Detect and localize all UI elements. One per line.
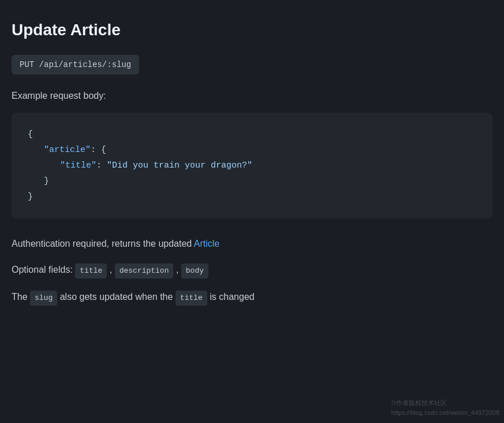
code-line-2: "article": { bbox=[28, 142, 476, 158]
page-title: Update Article bbox=[12, 17, 492, 43]
slug-text-before: The bbox=[12, 292, 30, 302]
watermark-line1: ©作者版权技术社区 bbox=[391, 398, 499, 409]
article-link[interactable]: Article bbox=[194, 239, 219, 248]
optional-label: Optional fields: bbox=[12, 265, 75, 274]
optional-field-description: description bbox=[115, 264, 174, 279]
slug-text-after: is changed bbox=[207, 292, 255, 302]
code-line-4: } bbox=[28, 173, 476, 189]
slug-text-middle: also gets updated when the bbox=[57, 292, 176, 302]
slug-code: slug bbox=[30, 291, 57, 306]
code-brace-open: { bbox=[28, 129, 33, 139]
optional-field-body: body bbox=[181, 264, 208, 279]
code-line-3: "title": "Did you train your dragon?" bbox=[28, 158, 476, 173]
code-value-title: "Did you train your dragon?" bbox=[107, 161, 252, 170]
auth-text-before: Authentication required, returns the upd… bbox=[12, 239, 194, 248]
slug-description: The slug also gets updated when the titl… bbox=[12, 289, 492, 306]
watermark-line2: https://blog.csdn.net/weixin_44972008 bbox=[391, 408, 499, 418]
watermark: ©作者版权技术社区 https://blog.csdn.net/weixin_4… bbox=[391, 398, 499, 418]
optional-fields-line: Optional fields: title , description , b… bbox=[12, 262, 492, 279]
code-brace-outer-close: } bbox=[28, 192, 33, 202]
slug-title-code: title bbox=[176, 291, 207, 306]
code-line-1: { bbox=[28, 127, 476, 142]
auth-description: Authentication required, returns the upd… bbox=[12, 236, 492, 251]
method-badge: PUT /api/articles/:slug bbox=[12, 55, 139, 75]
code-key-article: "article" bbox=[44, 145, 91, 155]
code-block: { "article": { "title": "Did you train y… bbox=[12, 113, 492, 218]
code-brace-inner-close: } bbox=[44, 176, 49, 186]
code-line-5: } bbox=[28, 189, 476, 205]
optional-field-title: title bbox=[75, 264, 107, 279]
example-label: Example request body: bbox=[12, 88, 492, 103]
code-key-title: "title" bbox=[60, 161, 96, 170]
